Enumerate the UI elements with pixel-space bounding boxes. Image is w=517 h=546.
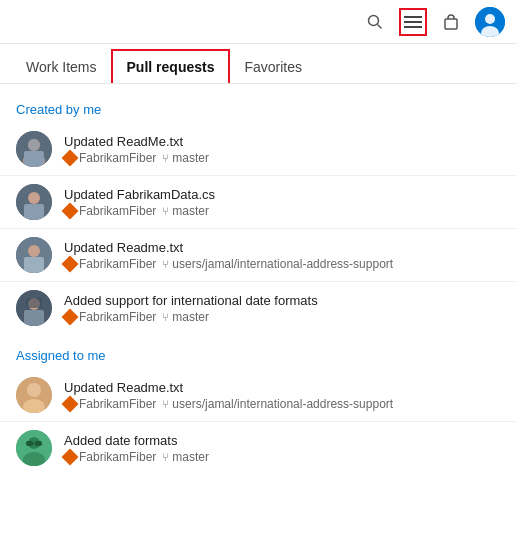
branch-icon: ⑂ [162,205,169,217]
pr-title: Updated FabrikamData.cs [64,187,215,202]
tab-favorites[interactable]: Favorites [230,49,316,83]
repo-icon [62,202,79,219]
repo-info: FabrikamFiber [64,151,156,165]
svg-point-27 [27,383,41,397]
content: Created by me Updated ReadMe.txt Fabrika… [0,84,517,486]
repo-icon [62,448,79,465]
search-icon[interactable] [361,8,389,36]
svg-point-0 [369,15,379,25]
branch-info: ⑂ master [162,310,209,324]
svg-rect-22 [24,310,44,326]
list-icon[interactable] [399,8,427,36]
repo-icon [62,149,79,166]
svg-rect-5 [445,19,457,29]
svg-rect-16 [24,204,44,220]
svg-point-12 [28,139,40,151]
list-item[interactable]: Updated Readme.txt FabrikamFiber ⑂ users… [0,229,517,282]
branch-icon: ⑂ [162,451,169,463]
pr-title: Added support for international date for… [64,293,318,308]
branch-icon: ⑂ [162,398,169,410]
branch-info: ⑂ users/jamal/international-address-supp… [162,257,393,271]
pr-info: Added date formats FabrikamFiber ⑂ maste… [64,433,209,464]
avatar [16,290,52,326]
list-item[interactable]: Added support for international date for… [0,282,517,334]
pr-title: Updated Readme.txt [64,240,393,255]
tabs: Work Items Pull requests Favorites [0,44,517,84]
repo-icon [62,395,79,412]
avatar [16,430,52,466]
pr-info: Updated ReadMe.txt FabrikamFiber ⑂ maste… [64,134,209,165]
pr-info: Updated FabrikamData.cs FabrikamFiber ⑂ … [64,187,215,218]
tab-pull-requests[interactable]: Pull requests [111,49,231,83]
section-label-assigned: Assigned to me [0,342,517,369]
assigned-to-me-list: Updated Readme.txt FabrikamFiber ⑂ users… [0,369,517,474]
bag-icon[interactable] [437,8,465,36]
branch-info: ⑂ master [162,151,209,165]
repo-info: FabrikamFiber [64,397,156,411]
pr-info: Added support for international date for… [64,293,318,324]
branch-icon: ⑂ [162,311,169,323]
pr-meta: FabrikamFiber ⑂ users/jamal/internationa… [64,257,393,271]
svg-rect-19 [24,257,44,273]
svg-point-15 [28,192,40,204]
repo-info: FabrikamFiber [64,204,156,218]
pr-title: Updated Readme.txt [64,380,393,395]
pr-title: Added date formats [64,433,209,448]
avatar [16,131,52,167]
pr-info: Updated Readme.txt FabrikamFiber ⑂ users… [64,380,393,411]
avatar [16,377,52,413]
branch-icon: ⑂ [162,152,169,164]
svg-line-1 [378,24,382,28]
pr-title: Updated ReadMe.txt [64,134,209,149]
svg-rect-32 [33,443,35,444]
repo-info: FabrikamFiber [64,450,156,464]
pr-meta: FabrikamFiber ⑂ master [64,151,209,165]
pr-info: Updated Readme.txt FabrikamFiber ⑂ users… [64,240,393,271]
repo-icon [62,255,79,272]
header [0,0,517,44]
svg-rect-31 [35,441,42,446]
user-avatar[interactable] [475,7,505,37]
svg-rect-23 [26,298,42,308]
section-label-created: Created by me [0,96,517,123]
list-item[interactable]: Updated FabrikamData.cs FabrikamFiber ⑂ … [0,176,517,229]
svg-rect-30 [26,441,33,446]
branch-info: ⑂ users/jamal/international-address-supp… [162,397,393,411]
branch-info: ⑂ master [162,450,209,464]
branch-icon: ⑂ [162,258,169,270]
pr-meta: FabrikamFiber ⑂ master [64,450,209,464]
list-item[interactable]: Updated ReadMe.txt FabrikamFiber ⑂ maste… [0,123,517,176]
created-by-me-list: Updated ReadMe.txt FabrikamFiber ⑂ maste… [0,123,517,334]
pr-meta: FabrikamFiber ⑂ users/jamal/internationa… [64,397,393,411]
list-item[interactable]: Added date formats FabrikamFiber ⑂ maste… [0,422,517,474]
branch-info: ⑂ master [162,204,209,218]
pr-meta: FabrikamFiber ⑂ master [64,310,318,324]
svg-rect-13 [24,151,44,167]
avatar [16,237,52,273]
repo-info: FabrikamFiber [64,310,156,324]
tab-work-items[interactable]: Work Items [12,49,111,83]
list-item[interactable]: Updated Readme.txt FabrikamFiber ⑂ users… [0,369,517,422]
pr-meta: FabrikamFiber ⑂ master [64,204,215,218]
header-icons [361,7,505,37]
svg-point-7 [485,14,495,24]
repo-icon [62,308,79,325]
repo-info: FabrikamFiber [64,257,156,271]
avatar [16,184,52,220]
svg-point-18 [28,245,40,257]
